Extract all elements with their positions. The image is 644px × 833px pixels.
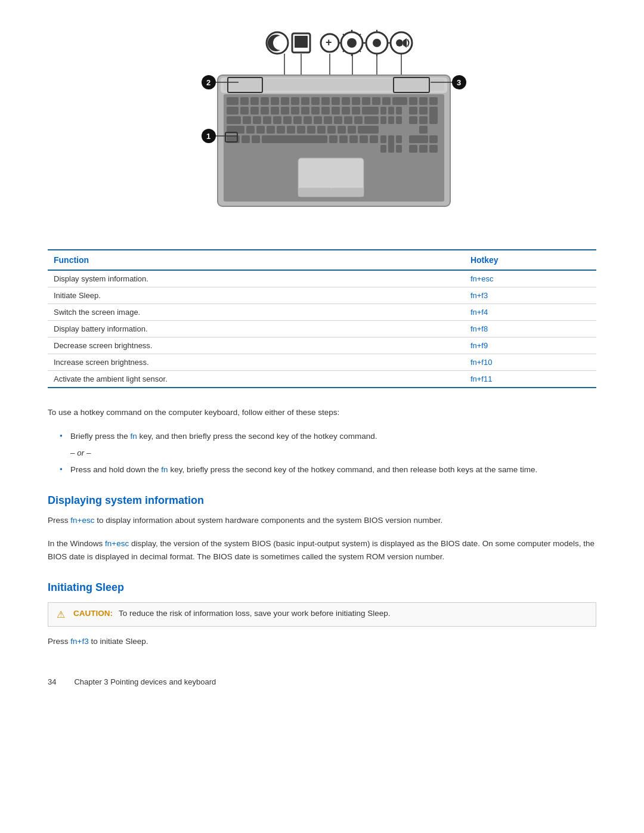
svg-rect-94 (246, 126, 255, 134)
svg-rect-43 (321, 97, 330, 105)
svg-rect-122 (396, 145, 402, 153)
table-header-function: Function (48, 250, 465, 270)
svg-rect-42 (311, 97, 320, 105)
svg-point-21 (391, 32, 412, 54)
fn-f3-link: fn+f3 (70, 637, 88, 646)
table-header-hotkey: Hotkey (465, 250, 596, 270)
svg-rect-121 (380, 145, 386, 153)
svg-rect-98 (287, 126, 295, 134)
svg-rect-41 (301, 97, 309, 105)
svg-rect-85 (344, 116, 352, 124)
svg-text:1: 1 (206, 132, 210, 141)
svg-rect-50 (392, 97, 407, 105)
svg-rect-39 (281, 97, 289, 105)
svg-rect-35 (240, 97, 249, 105)
table-row: Switch the screen image.fn+f4 (48, 304, 596, 321)
bullet-list-2: Press and hold down the fn key, briefly … (60, 463, 596, 476)
table-cell-hotkey: fn+f3 (465, 287, 596, 304)
svg-rect-123 (409, 145, 417, 153)
svg-rect-118 (396, 135, 402, 143)
svg-rect-140 (394, 78, 429, 92)
svg-text:2: 2 (206, 78, 210, 87)
svg-rect-126 (298, 158, 364, 197)
svg-rect-51 (409, 97, 417, 105)
svg-rect-109 (252, 135, 260, 143)
svg-rect-2 (295, 36, 308, 48)
svg-point-5 (341, 32, 363, 54)
svg-rect-95 (256, 126, 265, 134)
svg-point-0 (267, 32, 288, 54)
svg-rect-108 (242, 135, 250, 143)
svg-line-11 (343, 34, 345, 36)
svg-rect-73 (429, 107, 438, 124)
intro-text: To use a hotkey command on the computer … (48, 406, 596, 419)
svg-rect-64 (332, 107, 340, 114)
svg-rect-104 (348, 126, 356, 134)
fn-esc-link-1: fn+esc (70, 516, 94, 525)
svg-rect-52 (419, 97, 428, 105)
svg-point-6 (347, 38, 357, 48)
svg-rect-58 (271, 107, 279, 114)
table-cell-function: Display battery information. (48, 321, 465, 337)
svg-rect-119 (409, 135, 428, 143)
table-row: Decrease screen brightness.fn+f9 (48, 337, 596, 354)
svg-rect-88 (380, 116, 386, 124)
svg-text:+: + (326, 36, 332, 48)
caution-text: To reduce the risk of information loss, … (119, 609, 390, 618)
svg-rect-57 (261, 107, 269, 114)
svg-point-137 (452, 75, 466, 89)
table-row: Increase screen brightness.fn+f10 (48, 354, 596, 371)
svg-rect-105 (358, 126, 379, 134)
svg-rect-36 (250, 97, 259, 105)
section1-para2: In the Windows fn+esc display, the versi… (48, 537, 596, 563)
svg-rect-115 (370, 135, 378, 143)
table-cell-hotkey: fn+f11 (465, 371, 596, 388)
keyboard-diagram: + (161, 18, 483, 233)
svg-rect-32 (224, 79, 444, 91)
table-cell-function: Increase screen brightness. (48, 354, 465, 371)
table-row: Display battery information.fn+f8 (48, 321, 596, 337)
svg-rect-60 (291, 107, 299, 114)
svg-rect-70 (396, 107, 402, 114)
svg-rect-62 (311, 107, 320, 114)
table-cell-function: Initiate Sleep. (48, 287, 465, 304)
svg-rect-89 (388, 116, 394, 124)
svg-rect-44 (332, 97, 340, 105)
table-cell-hotkey: fn+f4 (465, 304, 596, 321)
table-cell-function: Activate the ambient light sensor. (48, 371, 465, 388)
table-cell-hotkey: fn+f9 (465, 337, 596, 354)
svg-rect-103 (338, 126, 346, 134)
svg-line-12 (359, 50, 361, 52)
svg-rect-116 (380, 135, 386, 143)
svg-rect-96 (267, 126, 275, 134)
chapter-text: Chapter 3 Pointing devices and keyboard (74, 677, 216, 686)
fn-key-link-1: fn (131, 432, 137, 441)
svg-point-16 (373, 39, 381, 47)
svg-rect-92 (419, 116, 428, 124)
section2-para1: Press fn+f3 to initiate Sleep. (48, 635, 596, 648)
svg-point-133 (202, 75, 216, 89)
svg-point-22 (396, 39, 403, 47)
svg-rect-65 (342, 107, 350, 114)
svg-rect-69 (388, 107, 394, 114)
svg-rect-100 (307, 126, 315, 134)
svg-rect-90 (396, 116, 402, 124)
svg-rect-45 (342, 97, 350, 105)
section-heading-2: Initiating Sleep (48, 581, 596, 594)
table-cell-function: Decrease screen brightness. (48, 337, 465, 354)
svg-rect-87 (364, 116, 379, 124)
fn-key-link-2: fn (161, 465, 168, 474)
svg-rect-102 (327, 126, 336, 134)
svg-rect-81 (304, 116, 312, 124)
caution-box: ⚠ CAUTION: To reduce the risk of informa… (48, 602, 596, 627)
page-footer: 34 Chapter 3 Pointing devices and keyboa… (48, 677, 596, 686)
svg-rect-30 (218, 75, 450, 206)
svg-rect-80 (293, 116, 302, 124)
svg-rect-117 (388, 135, 394, 153)
svg-rect-49 (382, 97, 391, 105)
page-number: 34 (48, 677, 56, 686)
svg-rect-66 (352, 107, 360, 114)
bullet-item-2: Press and hold down the fn key, briefly … (60, 463, 596, 476)
svg-rect-78 (273, 116, 281, 124)
table-cell-hotkey: fn+f8 (465, 321, 596, 337)
